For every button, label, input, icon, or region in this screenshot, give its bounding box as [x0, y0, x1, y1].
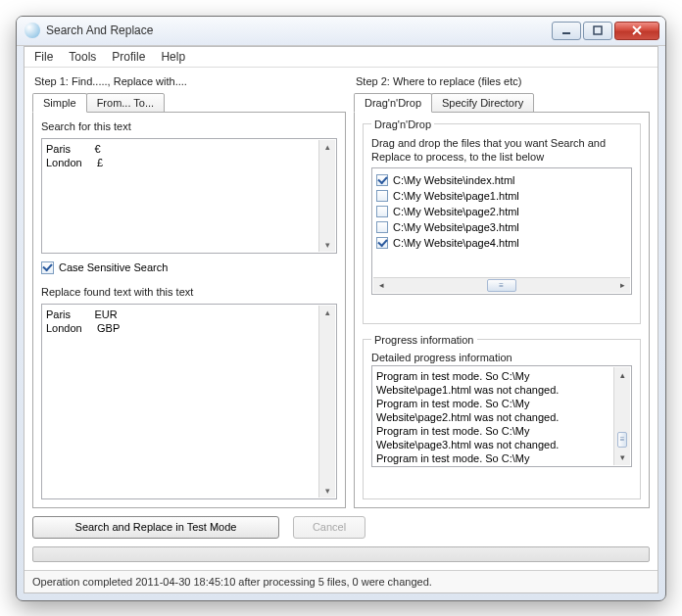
maximize-button[interactable] [583, 22, 612, 40]
menu-profile[interactable]: Profile [112, 50, 145, 64]
step1-column: Step 1: Find....., Replace with.... Simp… [32, 73, 346, 508]
app-icon [24, 23, 40, 38]
progress-textbox[interactable]: Program in test mode. So C:\My Website\p… [371, 365, 632, 467]
tab-from-to[interactable]: From... To... [86, 93, 165, 113]
window-title: Search And Replace [46, 24, 153, 37]
menu-file[interactable]: File [34, 50, 53, 64]
app-window: Search And Replace File Tools Profile He… [16, 16, 666, 601]
progress-line: Program in test mode. So C:\My Website\p… [376, 369, 609, 397]
scroll-up-icon[interactable]: ▴ [321, 141, 333, 153]
replace-text-wrap: ▴ ▾ [41, 304, 337, 499]
status-bar: Operation completed 2011-04-30 18:45:10 … [24, 570, 658, 592]
scroll-thumb[interactable]: ≡ [487, 279, 516, 292]
file-row[interactable]: C:\My Website\page3.html [376, 219, 627, 235]
file-checkbox[interactable] [376, 206, 388, 217]
scroll-down-icon[interactable]: ▾ [321, 239, 333, 251]
scroll-thumb[interactable]: ≡ [617, 432, 627, 448]
minimize-icon [561, 25, 571, 35]
svg-rect-0 [562, 32, 570, 34]
dragndrop-group: Drag'n'Drop Drag and drop the files that… [363, 118, 641, 324]
scroll-down-icon[interactable]: ▾ [615, 450, 630, 465]
file-checkbox[interactable] [376, 190, 388, 202]
progress-legend: Progress information [371, 334, 477, 346]
close-button[interactable] [614, 22, 659, 40]
bottom-area: Search and Replace in Test Mode Cancel [24, 508, 658, 570]
case-sensitive-checkbox[interactable] [41, 261, 54, 274]
dragndrop-instructions: Drag and drop the files that you want Se… [371, 136, 632, 164]
progress-line: Program in test mode. So C:\My Website\p… [376, 424, 609, 451]
file-path: C:\My Website\page3.html [393, 221, 519, 233]
file-row[interactable]: C:\My Website\page4.html [376, 235, 627, 251]
search-label: Search for this text [41, 120, 337, 132]
progress-line: Program in test mode. So C:\My Website\p… [376, 397, 609, 424]
dragndrop-legend: Drag'n'Drop [371, 118, 434, 130]
step1-panel: Search for this text ▴ ▾ Case Sensitive … [32, 112, 346, 508]
file-checkbox[interactable] [376, 174, 388, 186]
file-path: C:\My Website\page2.html [393, 206, 519, 217]
file-list[interactable]: C:\My Website\index.htmlC:\My Website\pa… [371, 167, 632, 295]
replace-textarea[interactable] [42, 305, 336, 498]
tab-simple[interactable]: Simple [32, 93, 87, 113]
file-path: C:\My Website\page4.html [393, 237, 519, 249]
close-icon [631, 25, 643, 35]
file-row[interactable]: C:\My Website\page2.html [376, 204, 627, 219]
menubar: File Tools Profile Help [24, 47, 658, 68]
progress-bar [32, 546, 650, 562]
file-path: C:\My Website\page1.html [393, 190, 519, 202]
run-button[interactable]: Search and Replace in Test Mode [32, 516, 279, 539]
tab-dragndrop[interactable]: Drag'n'Drop [354, 93, 432, 113]
content: Step 1: Find....., Replace with.... Simp… [24, 68, 658, 508]
step2-panel: Drag'n'Drop Drag and drop the files that… [354, 112, 650, 508]
progress-line: Program in test mode. So C:\My Website\p… [376, 451, 609, 467]
step2-tabs: Drag'n'Drop Specify Directory [354, 93, 650, 113]
scroll-right-icon[interactable]: ▸ [614, 278, 630, 293]
minimize-button[interactable] [552, 22, 581, 40]
cancel-button[interactable]: Cancel [293, 516, 365, 539]
step1-label: Step 1: Find....., Replace with.... [34, 75, 346, 89]
scroll-down-icon[interactable]: ▾ [321, 485, 333, 497]
file-checkbox[interactable] [376, 237, 388, 249]
tab-specify-directory[interactable]: Specify Directory [431, 93, 534, 113]
step2-column: Step 2: Where to replace (files etc) Dra… [354, 73, 650, 508]
file-row[interactable]: C:\My Website\index.html [376, 172, 627, 188]
titlebar[interactable]: Search And Replace [17, 17, 665, 46]
client-area: File Tools Profile Help Step 1: Find....… [24, 46, 658, 593]
replace-label: Replace found text with this text [41, 286, 337, 298]
step1-tabs: Simple From... To... [32, 93, 346, 113]
file-path: C:\My Website\index.html [393, 174, 515, 186]
search-text-wrap: ▴ ▾ [41, 138, 337, 254]
file-checkbox[interactable] [376, 221, 388, 233]
search-textarea[interactable] [42, 139, 336, 253]
menu-help[interactable]: Help [161, 50, 185, 64]
progress-group: Progress information Detailed progress i… [363, 334, 641, 499]
progress-detail-label: Detailed progress information [371, 352, 632, 363]
scroll-up-icon[interactable]: ▴ [321, 307, 333, 318]
scroll-up-icon[interactable]: ▴ [615, 367, 630, 383]
case-sensitive-label: Case Sensitive Search [59, 261, 168, 273]
vertical-scrollbar[interactable]: ▴ ≡ ▾ [613, 367, 630, 465]
maximize-icon [593, 25, 603, 35]
horizontal-scrollbar[interactable]: ◂ ≡ ▸ [373, 277, 630, 293]
file-row[interactable]: C:\My Website\page1.html [376, 188, 627, 204]
menu-tools[interactable]: Tools [69, 50, 96, 64]
svg-rect-1 [594, 26, 602, 34]
scroll-left-icon[interactable]: ◂ [373, 278, 389, 293]
step2-label: Step 2: Where to replace (files etc) [356, 75, 650, 89]
